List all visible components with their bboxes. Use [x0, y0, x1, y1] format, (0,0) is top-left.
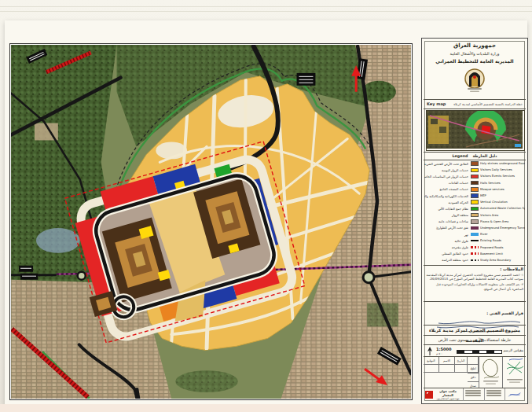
note-line: ٢- يتم الكشف على منظومة الاتصالات وإزالة…: [426, 282, 523, 291]
signoff-column-header: التاريخ: [455, 357, 468, 365]
legend-label-ar: خدمات المسجد الجامع: [424, 187, 468, 191]
legend-label-ar: خدمات الزوار في المناسبات الخاصة: [424, 175, 468, 178]
legend-swatch: [471, 168, 479, 173]
scale-sub: ٥٠٠ م: [436, 352, 443, 355]
legend-item: طرق مقترحة Proposed Roads: [424, 244, 525, 250]
legend-item: نظام جمع النفايات الآلي Automated Waste …: [424, 205, 525, 212]
signoff-row-labels: اعداددققصدق: [468, 365, 479, 388]
legend-swatch: [471, 193, 479, 198]
scale-label: مقياس الرسم: [503, 348, 523, 352]
signoff-row-label: اعداد: [468, 365, 479, 373]
legend-swatch: [471, 181, 479, 186]
contact-cell: [463, 388, 482, 401]
legend-item: حدود منطقة الدراسة Study Area Boundary: [424, 257, 525, 263]
legend-label-ar: نفق تحت الأرض للطوارئ: [424, 226, 468, 230]
legend-swatch: [471, 259, 479, 262]
legend-swatch: [471, 213, 479, 218]
legend-label-en: Underground Emergency Tunnel: [480, 226, 525, 230]
legend-label-en: Visitors Area: [480, 214, 525, 217]
scan-artifact: [0, 6, 532, 7]
legend-swatch: [471, 187, 479, 192]
legend-item: الطابق تحت الأرض للعتبتين الشريفتين Holy…: [424, 160, 525, 167]
legend-swatch: [471, 200, 479, 204]
scale-row: 1:5000 ٥٠٠ م مقياس الرسم: [424, 344, 526, 357]
ministry-line-1: جمهورية العراق: [422, 42, 527, 49]
approval-heading: قرار القسم الفني :: [486, 311, 523, 315]
legend-item: نهر River: [424, 231, 525, 237]
legend-label-en: Vertical Circulation: [480, 200, 525, 204]
scale-value: 1:5000: [436, 347, 451, 351]
legend-label-en: Proposed Roads: [480, 246, 525, 249]
consultant-office: مكتب جوان المعمار مهندسون استشاريون: [435, 389, 461, 400]
legend-label-en: River: [480, 233, 525, 236]
legend-item: حدود الطابق السفلي Basement Limit: [424, 251, 525, 257]
roundabout-west: [78, 272, 86, 280]
legend-label-ar: الطابق تحت الأرض للعتبتين الشريفتين: [424, 162, 468, 166]
legend-swatch: [471, 219, 479, 224]
legend-item: طرق حالية Existing Roads: [424, 237, 525, 244]
legend-swatch: [471, 226, 479, 230]
keymap-label-en: Key map: [427, 101, 446, 106]
legend-label-ar: منطقة الزوار: [424, 213, 468, 217]
legend-label-ar: الحركة العمودية: [424, 200, 468, 204]
legend-swatch: [471, 252, 479, 255]
legend-item: نفق تحت الأرض للطوارئ Underground Emerge…: [424, 225, 525, 231]
legend-label-en: Basement Limit: [480, 252, 525, 256]
legend-label-ar: الخدمات الكهربائية والميكانيكية والصحية: [424, 194, 468, 198]
legend-item: خدمات المسجد الجامع Mosque services: [424, 186, 525, 193]
legend-title-ar: دليل الخارطة: [472, 154, 497, 158]
note-line: ١- اعتمد التصميم ضمن مشروع التجديد الحضر…: [426, 273, 523, 281]
legend-item: ساحات و فضاءات عامة Piazza & Open Area: [424, 219, 525, 225]
legend-swatch: [471, 161, 479, 166]
office-name: مكتب جوان المعمار: [435, 389, 461, 397]
notes-heading: الملاحظات :: [426, 267, 523, 271]
legend-label-en: Existing Roads: [480, 239, 525, 242]
legend-label-ar: حدود الطابق السفلي: [424, 252, 468, 256]
signoff-row-label: دقق: [468, 373, 479, 382]
legend-label-ar: طرق حالية: [424, 239, 468, 243]
signoff-column-header: التوقيع: [424, 357, 439, 365]
legend-title-bar: Legendدليل الخارطة: [424, 152, 526, 160]
grove-patch: [175, 370, 238, 392]
legend-label-en: MEP: [480, 194, 525, 197]
legend-list: الطابق تحت الأرض للعتبتين الشريفتين Holy…: [424, 160, 525, 264]
legend-label-en: Visitors Daily Services: [480, 168, 525, 171]
scanned-plan-page: جمهورية العراق وزارة البلديات والأشغال ا…: [0, 0, 532, 412]
consultant-row: مكتب جوان المعمار مهندسون استشاريون: [424, 388, 526, 401]
legend-title-en: Legend: [453, 154, 468, 158]
legend-swatch: [471, 207, 479, 212]
roundabout-east: [363, 272, 374, 283]
keymap-bar: Key map خطة الدراسة بالنسبة للتصميم الأس…: [424, 99, 526, 109]
scale-bar: [457, 350, 502, 354]
map-svg: [11, 45, 411, 399]
north-arrow-icon: [426, 346, 434, 356]
legend-label-ar: خدمات الزوار اليومية: [424, 168, 468, 172]
stamp-cell: [504, 388, 524, 401]
consultant-logo: [425, 391, 433, 399]
legend-label-en: Holy shrines underground floor: [480, 162, 525, 165]
scan-artifact: [0, 11, 532, 12]
key-map: [426, 110, 525, 151]
signoff-corner: [468, 357, 479, 365]
legend-swatch: [471, 175, 479, 179]
directorate-emblem: [463, 67, 486, 97]
legend-item: خدمات القاعات Halls Services: [424, 180, 525, 186]
legend-label-ar: طرق مقترحة: [424, 245, 468, 249]
legend-label-en: Study Area Boundary: [480, 259, 525, 262]
legend-item: الخدمات الكهربائية والميكانيكية والصحية …: [424, 193, 525, 199]
approval-box: قرار القسم الفني :: [424, 301, 526, 325]
legend-item: خدمات الزوار في المناسبات الخاصة Visitor…: [424, 173, 525, 179]
legend-swatch: [471, 240, 479, 241]
legend-label-en: Automated Waste Collection System: [480, 207, 525, 210]
legend-label-ar: خدمات القاعات: [424, 181, 468, 185]
signature-cell-1: [479, 357, 502, 388]
contact-cells: [461, 388, 526, 401]
office-subtitle: مهندسون استشاريون: [435, 397, 461, 400]
legend-label-ar: نهر: [424, 233, 468, 237]
legend-swatch: [471, 246, 479, 248]
legend-label-ar: نظام جمع النفايات الآلي: [424, 207, 468, 211]
legend-item: خدمات الزوار اليومية Visitors Daily Serv…: [424, 167, 525, 173]
project-title: مشروع التصميم الحضري لمركز مدينة كربلاء …: [424, 325, 526, 336]
legend-label-en: Halls Services: [480, 182, 525, 185]
legend-label-en: Piazza & Open Area: [480, 220, 525, 223]
